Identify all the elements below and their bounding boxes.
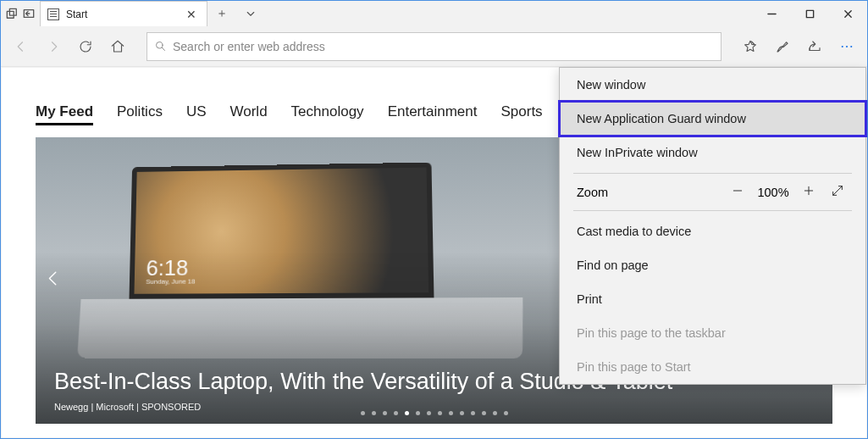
feed-nav-item[interactable]: Entertainment bbox=[388, 103, 478, 125]
address-input[interactable] bbox=[173, 40, 721, 53]
menu-pin-taskbar: Pin this page to the taskbar bbox=[560, 316, 865, 350]
feed-nav-item[interactable]: Sports bbox=[500, 103, 542, 125]
back-button[interactable] bbox=[6, 31, 36, 62]
close-tab-button[interactable]: ✕ bbox=[183, 8, 200, 21]
feed-nav-item[interactable]: My Feed bbox=[36, 103, 93, 125]
favorites-button[interactable] bbox=[735, 31, 766, 62]
toolbar bbox=[1, 26, 867, 67]
menu-cast[interactable]: Cast media to device bbox=[560, 214, 865, 248]
feed-nav-item[interactable]: US bbox=[186, 103, 207, 125]
notes-button[interactable] bbox=[767, 31, 798, 62]
search-icon bbox=[147, 40, 173, 53]
svg-point-6 bbox=[846, 45, 848, 47]
fullscreen-button[interactable] bbox=[823, 184, 852, 200]
menu-zoom-row: Zoom 100% bbox=[560, 177, 865, 207]
show-tabs-set-aside-icon[interactable] bbox=[23, 8, 35, 19]
tab-title: Start bbox=[66, 8, 183, 20]
set-tabs-aside-icon[interactable] bbox=[6, 8, 18, 19]
home-button[interactable] bbox=[102, 31, 133, 62]
title-bar: Start ✕ ＋ bbox=[1, 1, 867, 26]
zoom-out-button[interactable] bbox=[723, 184, 752, 200]
feed-nav-item[interactable]: Politics bbox=[117, 103, 163, 125]
forward-button[interactable] bbox=[38, 31, 69, 62]
address-bar[interactable] bbox=[147, 32, 721, 61]
feed-nav-item[interactable]: Technology bbox=[291, 103, 364, 125]
menu-new-app-guard-window[interactable]: New Application Guard window bbox=[560, 102, 865, 136]
maximize-button[interactable] bbox=[791, 1, 829, 26]
share-button[interactable] bbox=[799, 31, 830, 62]
svg-rect-3 bbox=[806, 10, 813, 17]
carousel-dots[interactable] bbox=[361, 411, 508, 415]
page-icon bbox=[47, 8, 59, 20]
svg-rect-1 bbox=[9, 8, 16, 15]
settings-menu-button[interactable] bbox=[832, 31, 862, 62]
settings-menu: New window New Application Guard window … bbox=[559, 67, 866, 385]
zoom-label: Zoom bbox=[577, 186, 723, 199]
zoom-value: 100% bbox=[752, 186, 794, 199]
svg-rect-0 bbox=[7, 11, 14, 18]
tab-actions-button[interactable] bbox=[236, 1, 265, 26]
feed-nav-item[interactable]: World bbox=[230, 103, 268, 125]
close-window-button[interactable] bbox=[829, 1, 867, 26]
svg-point-4 bbox=[156, 42, 163, 49]
menu-new-inprivate-window[interactable]: New InPrivate window bbox=[560, 136, 865, 169]
menu-pin-start: Pin this page to Start bbox=[560, 350, 865, 384]
menu-new-window[interactable]: New window bbox=[560, 68, 865, 102]
browser-tab[interactable]: Start ✕ bbox=[40, 1, 207, 26]
minimize-button[interactable] bbox=[753, 1, 791, 26]
new-tab-button[interactable]: ＋ bbox=[207, 1, 236, 26]
menu-find[interactable]: Find on page bbox=[560, 248, 865, 282]
svg-point-7 bbox=[850, 45, 852, 47]
carousel-prev-button[interactable] bbox=[44, 270, 63, 292]
svg-point-5 bbox=[842, 45, 843, 47]
refresh-button[interactable] bbox=[70, 31, 101, 62]
zoom-in-button[interactable] bbox=[794, 184, 823, 200]
app-window: Start ✕ ＋ My FeedPoliticsUSWorldTechnolo… bbox=[0, 0, 868, 439]
menu-print[interactable]: Print bbox=[560, 282, 865, 316]
